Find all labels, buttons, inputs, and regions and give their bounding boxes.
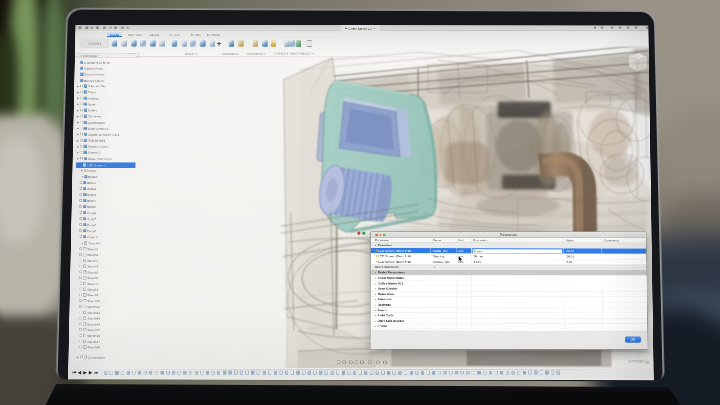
svg-text:⌂: ⌂: [624, 51, 627, 56]
